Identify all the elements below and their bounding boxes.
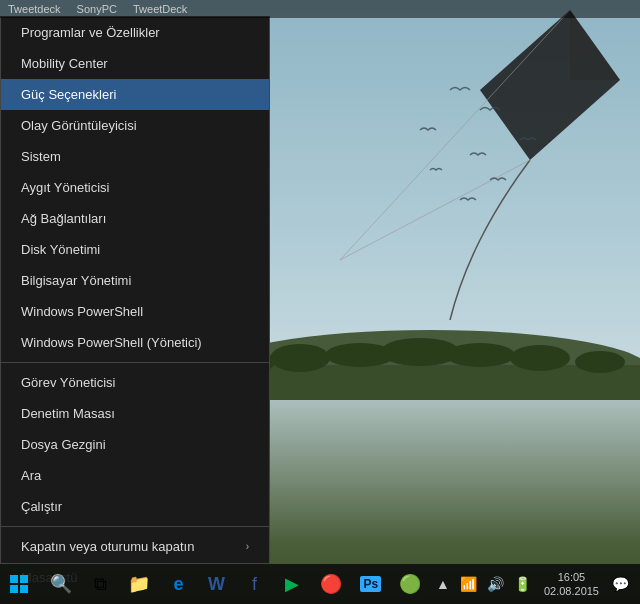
svg-line-3: [340, 160, 530, 260]
menu-item-label-powershell: Windows PowerShell: [21, 304, 143, 319]
taskbar: 🔍 ⧉ 📁 e W f ▶ 🔴 Ps 🟢 ▲ 📶 🔊: [0, 564, 640, 604]
search-icon: 🔍: [50, 573, 72, 595]
menu-item-label-device: Aygıt Yöneticisi: [21, 180, 109, 195]
tray-clock[interactable]: 16:05 02.08.2015: [538, 570, 605, 599]
menu-item-label-search: Ara: [21, 468, 41, 483]
wallpaper-svg: [220, 0, 640, 400]
taskbar-play[interactable]: ▶: [274, 566, 310, 602]
taskbar-green[interactable]: 🟢: [391, 566, 429, 602]
menu-item-system[interactable]: Sistem: [1, 141, 269, 172]
menu-item-label-system: Sistem: [21, 149, 61, 164]
tray-volume[interactable]: 🔊: [484, 574, 507, 594]
menu-item-label-shutdown: Kapatın veya oturumu kapatın: [21, 539, 194, 554]
menu-item-label-programs: Programlar ve Özellikler: [21, 25, 160, 40]
fire-icon: 🔴: [320, 573, 342, 595]
taskbar-items: 🔍 ⧉ 📁 e W f ▶ 🔴 Ps 🟢: [38, 566, 433, 602]
menu-item-run[interactable]: Çalıştır: [1, 491, 269, 522]
tray-network[interactable]: 📶: [457, 574, 480, 594]
menu-item-arrow-shutdown: ›: [246, 541, 249, 552]
menu-item-label-network: Ağ Bağlantıları: [21, 211, 106, 226]
menu-item-label-taskmgr: Görev Yöneticisi: [21, 375, 115, 390]
menu-item-taskmgr[interactable]: Görev Yöneticisi: [1, 367, 269, 398]
svg-rect-5: [220, 365, 640, 400]
menu-item-label-computer: Bilgisayar Yönetimi: [21, 273, 131, 288]
menu-item-label-run: Çalıştır: [21, 499, 62, 514]
menu-item-powershell[interactable]: Windows PowerShell: [1, 296, 269, 327]
menu-item-explorer[interactable]: Dosya Gezgini: [1, 429, 269, 460]
menu-item-control[interactable]: Denetim Masası: [1, 398, 269, 429]
menu-item-label-control: Denetim Masası: [21, 406, 115, 421]
menu-item-label-powershell-admin: Windows PowerShell (Yönetici): [21, 335, 202, 350]
menu-separator: [1, 362, 269, 363]
topbar-sonypc[interactable]: SonyPC: [69, 3, 125, 15]
explorer-icon: 📁: [128, 573, 150, 595]
menu-separator: [1, 526, 269, 527]
topbar-tweetdeck1[interactable]: Tweetdeck: [0, 3, 69, 15]
menu-item-device[interactable]: Aygıt Yöneticisi: [1, 172, 269, 203]
menu-item-label-explorer: Dosya Gezgini: [21, 437, 106, 452]
edge-icon: e: [173, 574, 183, 595]
menu-item-search[interactable]: Ara: [1, 460, 269, 491]
facebook-icon: f: [252, 574, 257, 595]
taskbar-edge[interactable]: e: [160, 566, 196, 602]
start-button[interactable]: [0, 564, 38, 604]
layers-icon: 🟢: [399, 573, 421, 595]
svg-point-12: [575, 351, 625, 373]
menu-item-computer[interactable]: Bilgisayar Yönetimi: [1, 265, 269, 296]
menu-item-event[interactable]: Olay Görüntüleyicisi: [1, 110, 269, 141]
tray-chevron[interactable]: ▲: [433, 574, 453, 594]
menu-item-programs[interactable]: Programlar ve Özellikler: [1, 17, 269, 48]
tray-notification[interactable]: 💬: [609, 574, 632, 594]
photoshop-icon: Ps: [360, 576, 381, 592]
taskbar-word[interactable]: W: [198, 566, 234, 602]
windows-start-icon: [10, 575, 28, 593]
menu-item-powershell-admin[interactable]: Windows PowerShell (Yönetici): [1, 327, 269, 358]
topbar-tweetdeck2[interactable]: TweetDeck: [125, 3, 195, 15]
taskbar-tray: ▲ 📶 🔊 🔋 16:05 02.08.2015 💬: [433, 570, 640, 599]
menu-item-label-mobility: Mobility Center: [21, 56, 108, 71]
menu-item-label-event: Olay Görüntüleyicisi: [21, 118, 137, 133]
svg-point-10: [445, 343, 515, 367]
menu-item-label-power: Güç Seçenekleri: [21, 87, 116, 102]
menu-item-mobility[interactable]: Mobility Center: [1, 48, 269, 79]
task-view-icon: ⧉: [94, 574, 107, 595]
svg-point-7: [270, 344, 330, 372]
menu-item-network[interactable]: Ağ Bağlantıları: [1, 203, 269, 234]
menu-item-disk[interactable]: Disk Yönetimi: [1, 234, 269, 265]
svg-marker-1: [570, 10, 620, 80]
menu-item-shutdown[interactable]: Kapatın veya oturumu kapatın›: [1, 531, 269, 562]
menu-item-label-disk: Disk Yönetimi: [21, 242, 100, 257]
top-bar: Tweetdeck SonyPC TweetDeck: [0, 0, 640, 18]
tray-date-value: 02.08.2015: [544, 584, 599, 598]
taskbar-search-btn[interactable]: 🔍: [42, 566, 80, 602]
svg-point-11: [510, 345, 570, 371]
taskbar-explorer[interactable]: 📁: [120, 566, 158, 602]
play-icon: ▶: [285, 573, 299, 595]
taskbar-task-view[interactable]: ⧉: [82, 566, 118, 602]
taskbar-facebook[interactable]: f: [236, 566, 272, 602]
context-menu: Programlar ve ÖzelliklerMobility CenterG…: [0, 16, 270, 564]
tray-battery[interactable]: 🔋: [511, 574, 534, 594]
taskbar-red[interactable]: 🔴: [312, 566, 350, 602]
tray-time-value: 16:05: [544, 570, 599, 584]
word-icon: W: [208, 574, 225, 595]
menu-item-power[interactable]: Güç Seçenekleri: [1, 79, 269, 110]
taskbar-photoshop[interactable]: Ps: [352, 566, 389, 602]
